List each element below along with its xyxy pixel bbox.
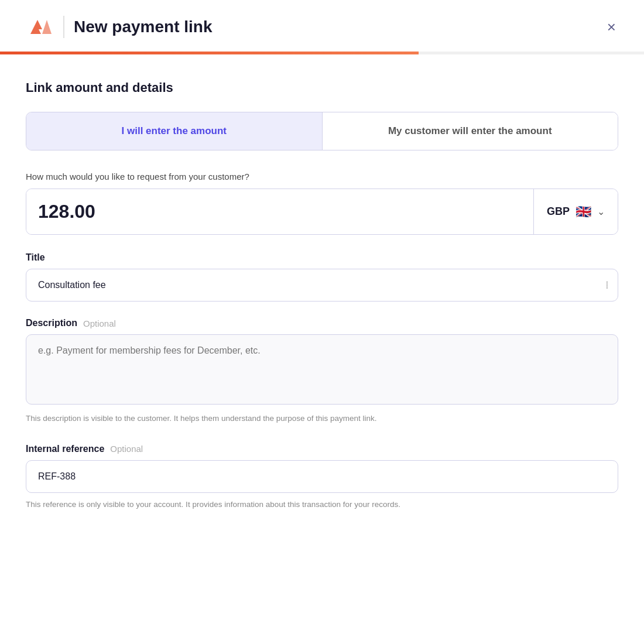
description-optional-label: Optional bbox=[83, 318, 116, 328]
modal-title: New payment link bbox=[74, 18, 213, 36]
internal-reference-input-wrapper bbox=[26, 460, 618, 493]
bars-icon: ⁞ bbox=[605, 279, 609, 292]
modal-header: New payment link × bbox=[0, 0, 644, 52]
currency-selector[interactable]: GBP 🇬🇧 ⌄ bbox=[533, 189, 618, 234]
currency-code: GBP bbox=[547, 205, 570, 218]
description-label-row: Description Optional bbox=[26, 318, 618, 328]
toggle-i-will-enter[interactable]: I will enter the amount bbox=[26, 112, 323, 150]
modal-content: Link amount and details I will enter the… bbox=[0, 54, 644, 553]
title-label-row: Title bbox=[26, 252, 618, 263]
internal-reference-label-row: Internal reference Optional bbox=[26, 444, 618, 454]
amount-toggle-group: I will enter the amount My customer will… bbox=[26, 112, 618, 150]
chevron-down-icon: ⌄ bbox=[597, 206, 605, 217]
description-hint: This description is visible to the custo… bbox=[26, 413, 618, 425]
description-label: Description bbox=[26, 318, 77, 328]
description-input[interactable] bbox=[26, 334, 618, 405]
title-label: Title bbox=[26, 252, 45, 263]
title-input-wrapper: ⁞ bbox=[26, 269, 618, 302]
header-divider bbox=[63, 16, 64, 38]
title-field-group: Title ⁞ bbox=[26, 252, 618, 302]
flag-icon: 🇬🇧 bbox=[576, 204, 591, 220]
header-left: New payment link bbox=[26, 13, 213, 41]
internal-reference-field-group: Internal reference Optional This referen… bbox=[26, 444, 618, 511]
close-button[interactable]: × bbox=[605, 17, 618, 37]
modal-container: New payment link × Link amount and detai… bbox=[0, 0, 644, 644]
section-title: Link amount and details bbox=[26, 80, 618, 95]
amount-input[interactable] bbox=[26, 189, 533, 234]
internal-reference-input[interactable] bbox=[26, 460, 618, 493]
internal-reference-hint: This reference is only visible to your a… bbox=[26, 499, 618, 511]
description-field-group: Description Optional This description is… bbox=[26, 318, 618, 425]
amount-field-label: How much would you like to request from … bbox=[26, 172, 618, 181]
internal-reference-optional-label: Optional bbox=[110, 444, 143, 454]
logo-icon bbox=[26, 13, 54, 41]
internal-reference-label: Internal reference bbox=[26, 444, 104, 454]
title-input[interactable] bbox=[26, 269, 618, 302]
toggle-customer-will-enter[interactable]: My customer will enter the amount bbox=[323, 112, 618, 150]
amount-row: GBP 🇬🇧 ⌄ bbox=[26, 189, 618, 235]
